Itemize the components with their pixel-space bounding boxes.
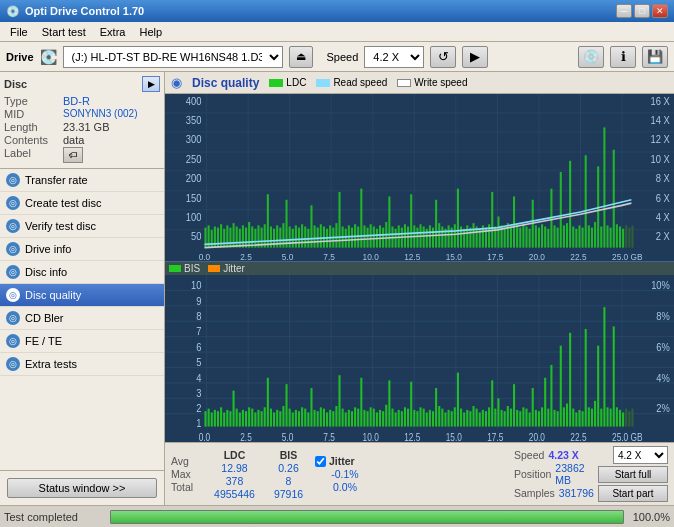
svg-rect-163 (569, 161, 571, 248)
svg-rect-306 (438, 406, 440, 427)
svg-rect-236 (220, 407, 222, 426)
legend-jitter: Jitter (208, 263, 245, 274)
disc-arrow-button[interactable]: ▶ (142, 76, 160, 92)
refresh-button[interactable]: ↺ (430, 46, 456, 68)
svg-rect-89 (338, 192, 340, 248)
svg-text:2 X: 2 X (656, 231, 671, 242)
svg-rect-358 (600, 409, 602, 427)
sidebar-item-label-disc-quality: Disc quality (25, 289, 81, 301)
ldc-max: 378 (207, 475, 262, 487)
jitter-header-row: Jitter (315, 455, 375, 467)
sidebar-item-cd-bler[interactable]: ◎ CD Bler (0, 307, 164, 330)
svg-rect-344 (557, 411, 559, 426)
sidebar-item-fe-te[interactable]: ◎ FE / TE (0, 330, 164, 353)
svg-rect-325 (497, 398, 499, 426)
save-button[interactable]: 💾 (642, 46, 668, 68)
forward-button[interactable]: ▶ (462, 46, 488, 68)
position-val: 23862 MB (555, 462, 594, 486)
legend-jitter-color (208, 265, 220, 272)
svg-rect-116 (423, 226, 425, 247)
sidebar-item-verify-test-disc[interactable]: ◎ Verify test disc (0, 215, 164, 238)
drive-select[interactable]: (J:) HL-DT-ST BD-RE WH16NS48 1.D3 (63, 46, 283, 68)
svg-rect-165 (575, 229, 577, 248)
jitter-checkbox[interactable] (315, 456, 326, 467)
svg-rect-100 (373, 226, 375, 247)
chart-header: ◉ Disc quality LDC Read speed Write spee… (165, 72, 674, 94)
disc-mid-value: SONYNN3 (002) (63, 108, 137, 120)
legend-bis: BIS (169, 263, 200, 274)
svg-rect-114 (416, 228, 418, 248)
svg-rect-66 (267, 194, 269, 247)
speed-select[interactable]: 4.2 X (364, 46, 424, 68)
sidebar-item-create-test-disc[interactable]: ◎ Create test disc (0, 192, 164, 215)
svg-rect-70 (279, 228, 281, 248)
svg-rect-144 (510, 226, 512, 247)
svg-rect-311 (454, 407, 456, 426)
svg-rect-282 (363, 410, 365, 427)
sidebar-item-disc-info[interactable]: ◎ Disc info (0, 261, 164, 284)
svg-rect-292 (395, 412, 397, 426)
legend-read-color (316, 79, 330, 87)
sidebar-item-label-cd-bler: CD Bler (25, 312, 64, 324)
charts-area: 400 350 300 250 200 150 100 50 16 X 14 X… (165, 94, 674, 442)
svg-text:9: 9 (196, 294, 201, 307)
progress-percent: 100.0% (630, 511, 670, 523)
position-row: Position 23862 MB (514, 462, 594, 486)
legend-write-color (397, 79, 411, 87)
start-full-button[interactable]: Start full (598, 466, 668, 483)
menu-bar: File Start test Extra Help (0, 22, 674, 42)
svg-rect-246 (251, 409, 253, 427)
eject-button[interactable]: ⏏ (289, 46, 313, 68)
svg-rect-117 (426, 229, 428, 248)
svg-text:10: 10 (191, 278, 202, 291)
sidebar-item-drive-info[interactable]: ◎ Drive info (0, 238, 164, 261)
menu-help[interactable]: Help (133, 25, 168, 39)
sidebar-item-transfer-rate[interactable]: ◎ Transfer rate (0, 169, 164, 192)
svg-rect-140 (497, 216, 499, 247)
svg-rect-357 (597, 346, 599, 427)
svg-rect-269 (323, 409, 325, 427)
sidebar-item-label-fe-te: FE / TE (25, 335, 62, 347)
disc-label-button[interactable]: 🏷 (63, 147, 83, 163)
disc-button[interactable]: 💿 (578, 46, 604, 68)
svg-rect-156 (547, 229, 549, 248)
svg-rect-320 (482, 410, 484, 427)
svg-rect-324 (494, 409, 496, 427)
svg-rect-261 (298, 411, 300, 426)
info-button[interactable]: ℹ (610, 46, 636, 68)
start-part-button[interactable]: Start part (598, 485, 668, 502)
menu-extra[interactable]: Extra (94, 25, 132, 39)
svg-rect-241 (236, 409, 238, 427)
svg-text:1: 1 (196, 416, 201, 429)
maximize-button[interactable]: □ (634, 4, 650, 18)
svg-rect-55 (233, 223, 235, 247)
menu-file[interactable]: File (4, 25, 34, 39)
svg-rect-98 (367, 228, 369, 248)
minimize-button[interactable]: ─ (616, 4, 632, 18)
disc-info-icon: ◎ (6, 265, 20, 279)
svg-rect-346 (563, 407, 565, 426)
sidebar-item-label-verify-test-disc: Verify test disc (25, 220, 96, 232)
sidebar-item-label-disc-info: Disc info (25, 266, 67, 278)
speed-selector[interactable]: 4.2 X (613, 446, 668, 464)
svg-rect-336 (532, 388, 534, 427)
svg-rect-356 (594, 401, 596, 427)
status-window-button[interactable]: Status window >> (7, 478, 157, 498)
svg-rect-277 (348, 410, 350, 427)
menu-start-test[interactable]: Start test (36, 25, 92, 39)
svg-text:12.5: 12.5 (404, 252, 420, 261)
disc-label-row: Label 🏷 (4, 147, 160, 163)
close-button[interactable]: ✕ (652, 4, 668, 18)
svg-rect-182 (628, 228, 630, 248)
svg-rect-331 (516, 410, 518, 427)
svg-text:10%: 10% (651, 278, 670, 291)
sidebar-item-extra-tests[interactable]: ◎ Extra tests (0, 353, 164, 376)
svg-rect-143 (507, 223, 509, 247)
sidebar-item-disc-quality[interactable]: ◎ Disc quality (0, 284, 164, 307)
svg-text:0.0: 0.0 (199, 252, 211, 261)
svg-text:3: 3 (196, 386, 201, 399)
svg-rect-274 (338, 375, 340, 426)
svg-rect-245 (248, 407, 250, 426)
ldc-header: LDC (207, 449, 262, 461)
svg-rect-75 (295, 225, 297, 247)
